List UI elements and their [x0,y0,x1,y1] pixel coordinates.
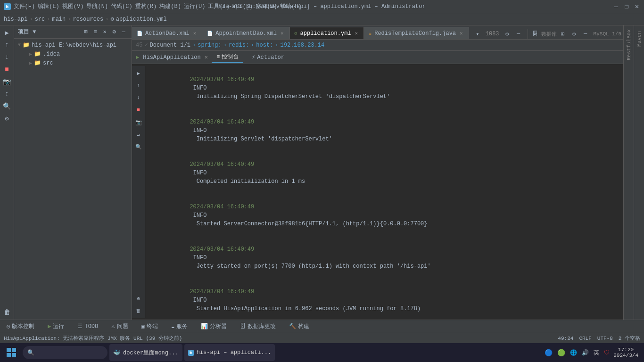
console-run-icon[interactable]: ▶ [133,68,144,78]
tab-actiondao-close[interactable]: ✕ [192,30,198,37]
tab-appointmentdao[interactable]: 📄 AppointmentDao.xml ✕ [202,27,289,39]
status-line-sep[interactable]: CRLF [579,336,591,341]
status-indent[interactable]: 2 个空格 [619,335,640,342]
console-stop-icon[interactable]: ■ [133,105,144,115]
tab-bar: 📄 ActionDao.xml ✕ 📄 AppointmentDao.xml ✕… [132,25,623,40]
breadcrumb-file[interactable]: ⚙application.yml [110,16,166,23]
breadcrumb-his-api[interactable]: his-api [4,16,27,23]
bottom-tab-version-control[interactable]: ◎ 版本控制 [4,321,37,331]
db-expand-icon[interactable]: ⊞ [558,29,568,39]
sidebar-icon-4[interactable]: ⚙ [110,28,118,36]
run-tab-console[interactable]: ≡ 控制台 [212,52,243,63]
menu-run[interactable]: 运行(U) [184,2,206,10]
toolbar-scroll-icon[interactable]: ↕ [2,89,12,99]
tray-antivirus[interactable]: 🛡 [603,348,611,357]
menu-code[interactable]: 代码(C) [111,2,132,10]
console-icon: ≡ [216,54,220,60]
main-area: ▶ ↑ ↓ ■ 📷 ↕ 🔍 ⚙ 🗑 项目 ▼ ⊞ ≡ ✕ ⚙ — ▼ 📁 his… [0,25,644,320]
console-scroll-up[interactable]: ↑ [133,80,144,90]
tab-actions-icon[interactable]: ⚙ [502,29,512,39]
run-tab-close[interactable]: ✕ [205,54,208,61]
breadcrumb-main[interactable]: main [52,16,66,23]
sidebar-icon-1[interactable]: ⊞ [82,28,90,36]
tray-shield[interactable]: 英 [593,348,600,358]
tray-bluetooth[interactable]: 🔵 [544,348,553,358]
maven-label[interactable]: Maven [636,27,643,50]
sidebar-icon-2[interactable]: ≡ [91,28,99,36]
tab-overflow-icon[interactable]: ▾ [472,29,483,39]
tab-java-close[interactable]: ✕ [459,30,464,37]
bottom-tab-problems[interactable]: ⚠ 问题 [108,321,131,331]
taskbar-app-docker[interactable]: 🐳 docker里面mong... [109,344,182,361]
console-content: 2024/03/04 16:40:49 INFO Initializing Sp… [145,66,623,318]
tab-appointmentdao-close[interactable]: ✕ [280,30,285,37]
profiler-label: 分析器 [210,322,227,330]
tree-root[interactable]: ▼ 📁 his-api E:\webdev\his-api [14,41,132,49]
toolbar-search-icon[interactable]: 🔍 [2,101,12,111]
tray-green[interactable]: 🟢 [556,348,566,358]
bottom-tab-profiler[interactable]: 📊 分析器 [198,321,230,331]
title-bar-controls: — ❐ ✕ [613,3,640,10]
menu-view[interactable]: 视图(V) [62,2,84,10]
tab-application-yml[interactable]: ⚙ application.yml ✕ [290,27,364,39]
toolbar-settings-icon[interactable]: ⚙ [2,113,12,123]
toolbar-run-icon[interactable]: ▶ [2,27,12,38]
run-app-name[interactable]: HisApiApplication [143,54,200,61]
db-panel-icon[interactable]: 🗄 [530,29,540,39]
tree-src-collapsed[interactable]: ▶ 📁 src [14,58,132,67]
menu-nav[interactable]: 导航(N) [86,2,108,10]
tab-minimize-icon[interactable]: — [513,29,524,39]
toolbar-stop-icon[interactable]: ■ [2,64,12,74]
menu-file[interactable]: 文件(F) [14,2,35,10]
restfulbox-label[interactable]: RestfulBox [625,27,633,62]
maximize-button[interactable]: ❐ [623,3,630,10]
minimize-button[interactable]: — [613,3,619,10]
toolbar-up-icon[interactable]: ↑ [2,40,12,50]
bottom-tab-run[interactable]: ▶ 运行 [45,321,67,331]
tab-actiondao[interactable]: 📄 ActionDao.xml ✕ [132,27,202,39]
tray-net[interactable]: 🌐 [569,348,578,357]
toolbar-delete-icon[interactable]: 🗑 [2,307,12,318]
start-button[interactable] [2,344,21,361]
breadcrumb-resources[interactable]: resources [73,16,103,23]
bottom-tab-todo[interactable]: ☰ TODO [74,322,101,331]
close-button[interactable]: ✕ [634,3,640,10]
breadcrumb-src[interactable]: src [35,16,45,23]
console-wrap-icon[interactable]: ↵ [133,129,144,140]
console-camera-icon[interactable]: 📷 [133,117,144,127]
toolbar-down-icon[interactable]: ↓ [2,52,12,62]
tab-redistemplate[interactable]: ☕ RedisTemplateConfig.java ✕ [364,27,469,39]
bottom-tab-terminal[interactable]: ▣ 终端 [139,321,161,331]
right-panel: RestfulBox [623,25,634,320]
console-scroll-down[interactable]: ↓ [133,92,144,103]
toolbar-camera-icon[interactable]: 📷 [2,76,12,87]
db-label: 数据库 [541,31,557,38]
tree-idea[interactable]: ▶ 📁 .idea [14,49,132,58]
run-tab-actuator[interactable]: ⚡ Actuator [247,53,289,62]
taskbar-clock[interactable]: 17:20 2024/3/4 [613,347,638,358]
menu-edit[interactable]: 编辑(E) [38,2,59,10]
taskbar-search[interactable]: 🔍 [23,346,107,359]
sidebar-icon-5[interactable]: — [119,28,128,36]
console-line-5: 2024/03/04 16:40:49 INFO Jetty started o… [149,237,619,279]
bottom-tab-build[interactable]: 🔨 构建 [286,321,312,331]
status-encoding[interactable]: UTF-8 [597,336,613,341]
tab-yml-close[interactable]: ✕ [354,30,359,37]
menu-build[interactable]: 构建(B) [159,2,181,10]
status-position[interactable]: 49:24 [558,336,573,341]
bottom-tab-db-changes[interactable]: 🗄 数据库更改 [237,321,279,331]
console-settings-icon[interactable]: ⚙ [133,293,144,304]
db-settings-icon[interactable]: ⚙ [569,29,579,39]
breadcrumb-bar: his-api › src › main › resources › ⚙appl… [0,13,644,25]
sidebar-header: 项目 ▼ ⊞ ≡ ✕ ⚙ — [14,25,132,39]
bottom-tab-services[interactable]: ☁ 服务 [168,321,190,331]
tray-sound[interactable]: 🔊 [581,348,590,357]
taskbar-app-idea[interactable]: E his-api – applicati... [184,344,275,361]
version-control-label: 版本控制 [12,322,34,330]
db-minimize-icon[interactable]: — [580,29,591,39]
console-trash-icon[interactable]: 🗑 [133,305,144,316]
sidebar-title: 项目 ▼ [18,28,36,36]
menu-refactor[interactable]: 重构(R) [135,2,157,10]
sidebar-icon-3[interactable]: ✕ [100,28,109,36]
console-search-icon[interactable]: 🔍 [133,141,144,152]
